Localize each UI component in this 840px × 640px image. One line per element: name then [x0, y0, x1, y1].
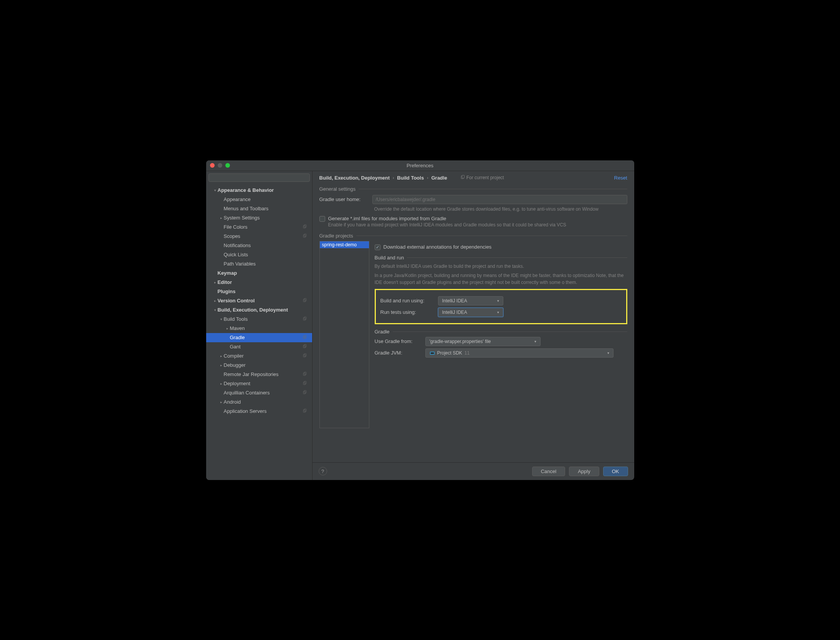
chevron-down-icon: ▼	[607, 351, 610, 355]
settings-tree: ▾Appearance & BehaviorAppearanceMenus an…	[206, 184, 312, 480]
project-list[interactable]: spring-rest-demo	[319, 241, 369, 428]
tree-item-label: Application Servers	[224, 408, 303, 414]
main-panel: Build, Execution, Deployment › Build Too…	[313, 171, 634, 480]
footer: ? Cancel Apply OK	[313, 462, 634, 480]
tree-item-label: Build, Execution, Deployment	[218, 307, 309, 313]
download-annotations-checkbox[interactable]	[375, 244, 380, 250]
breadcrumb-part[interactable]: Build, Execution, Deployment	[319, 175, 390, 181]
generate-iml-label: Generate *.iml files for modules importe…	[328, 216, 446, 221]
build-run-desc1: By default IntelliJ IDEA uses Gradle to …	[375, 263, 627, 270]
svg-rect-2	[303, 226, 306, 228]
tree-item-label: Android	[224, 399, 309, 405]
window-title: Preferences	[206, 163, 634, 168]
tree-item-gant[interactable]: Gant	[206, 342, 312, 351]
svg-rect-5	[304, 234, 306, 237]
tree-arrow-icon: ▸	[219, 363, 224, 367]
copy-icon	[303, 335, 307, 340]
tree-item-quick-lists[interactable]: Quick Lists	[206, 250, 312, 259]
tree-item-label: Keymap	[218, 270, 309, 276]
tree-item-android[interactable]: ▸Android	[206, 398, 312, 407]
breadcrumb-part[interactable]: Build Tools	[397, 175, 424, 181]
tests-using-select[interactable]: IntelliJ IDEA ▼	[438, 308, 503, 317]
tree-item-appearance[interactable]: Appearance	[206, 195, 312, 204]
tree-item-appearance-behavior[interactable]: ▾Appearance & Behavior	[206, 186, 312, 195]
tree-item-deployment[interactable]: ▸Deployment	[206, 379, 312, 388]
tests-using-label: Run tests using:	[380, 309, 434, 315]
tree-item-label: Debugger	[224, 362, 309, 368]
tree-item-build-execution-deployment[interactable]: ▾Build, Execution, Deployment	[206, 305, 312, 315]
tree-item-notifications[interactable]: Notifications	[206, 241, 312, 250]
tree-arrow-icon: ▾	[219, 317, 224, 321]
svg-rect-10	[303, 336, 306, 339]
svg-rect-4	[303, 235, 306, 238]
build-using-select[interactable]: IntelliJ IDEA ▼	[438, 296, 503, 305]
content: General settings Gradle user home: Overr…	[313, 185, 634, 462]
svg-rect-8	[303, 318, 306, 320]
tree-item-application-servers[interactable]: Application Servers	[206, 407, 312, 416]
tree-item-label: Deployment	[224, 381, 303, 386]
ok-button[interactable]: OK	[603, 467, 628, 476]
tree-item-label: Editor	[218, 279, 309, 285]
tree-arrow-icon: ▸	[219, 354, 224, 358]
tree-item-file-colors[interactable]: File Colors	[206, 223, 312, 232]
svg-rect-12	[303, 345, 306, 348]
svg-rect-16	[303, 373, 306, 376]
tree-item-arquillian-containers[interactable]: Arquillian Containers	[206, 388, 312, 398]
tree-item-path-variables[interactable]: Path Variables	[206, 259, 312, 269]
svg-rect-19	[304, 381, 306, 384]
help-button[interactable]: ?	[319, 467, 327, 475]
gradle-jvm-select[interactable]: Project SDK 11 ▼	[425, 348, 613, 358]
tree-item-label: Build Tools	[224, 316, 303, 322]
copy-icon	[303, 381, 307, 386]
tree-item-keymap[interactable]: Keymap	[206, 269, 312, 278]
svg-rect-21	[304, 391, 306, 393]
search-input[interactable]	[208, 173, 310, 182]
tree-item-editor[interactable]: ▸Editor	[206, 278, 312, 287]
use-gradle-from-label: Use Gradle from:	[375, 338, 422, 344]
svg-rect-14	[303, 355, 306, 357]
tree-item-compiler[interactable]: ▸Compiler	[206, 351, 312, 361]
preferences-window: Preferences ▾Appearance & BehaviorAppear…	[206, 160, 634, 480]
build-run-desc2: In a pure Java/Kotlin project, building …	[375, 272, 627, 286]
tree-item-scopes[interactable]: Scopes	[206, 232, 312, 241]
tree-arrow-icon: ▸	[213, 280, 218, 284]
tree-item-build-tools[interactable]: ▾Build Tools	[206, 315, 312, 324]
copy-icon	[303, 409, 307, 414]
svg-rect-18	[303, 382, 306, 385]
gradle-home-input[interactable]	[372, 195, 627, 204]
tree-item-plugins[interactable]: Plugins	[206, 287, 312, 296]
cancel-button[interactable]: Cancel	[532, 467, 565, 476]
tree-item-remote-jar-repositories[interactable]: Remote Jar Repositories	[206, 370, 312, 379]
copy-icon	[303, 390, 307, 395]
tree-item-label: Appearance & Behavior	[218, 187, 309, 193]
project-list-item[interactable]: spring-rest-demo	[320, 241, 369, 248]
svg-rect-3	[304, 225, 306, 228]
generate-iml-checkbox[interactable]	[319, 216, 325, 222]
chevron-down-icon: ▼	[497, 310, 500, 314]
copy-icon	[303, 298, 307, 303]
tree-item-label: Arquillian Containers	[224, 390, 303, 396]
use-gradle-from-select[interactable]: 'gradle-wrapper.properties' file ▼	[425, 337, 541, 346]
header: Build, Execution, Deployment › Build Too…	[313, 171, 634, 185]
svg-rect-9	[304, 317, 306, 320]
tree-item-gradle[interactable]: Gradle	[206, 333, 312, 342]
tree-item-label: Scopes	[224, 233, 303, 239]
apply-button[interactable]: Apply	[569, 467, 599, 476]
tree-item-debugger[interactable]: ▸Debugger	[206, 361, 312, 370]
tree-item-maven[interactable]: ▸Maven	[206, 324, 312, 333]
chevron-right-icon: ›	[393, 176, 394, 180]
chevron-right-icon: ›	[427, 176, 428, 180]
tree-item-label: Menus and Toolbars	[224, 206, 309, 211]
reset-link[interactable]: Reset	[614, 175, 627, 181]
tree-item-system-settings[interactable]: ▸System Settings	[206, 213, 312, 223]
tree-arrow-icon: ▸	[219, 216, 224, 220]
sidebar: ▾Appearance & BehaviorAppearanceMenus an…	[206, 171, 313, 480]
tree-arrow-icon: ▾	[213, 188, 218, 192]
titlebar: Preferences	[206, 160, 634, 171]
tree-item-version-control[interactable]: ▸Version Control	[206, 296, 312, 305]
tree-item-menus-and-toolbars[interactable]: Menus and Toolbars	[206, 204, 312, 213]
tree-item-label: Notifications	[224, 242, 309, 248]
copy-icon	[460, 175, 465, 181]
tree-item-label: Version Control	[218, 298, 303, 304]
tree-item-label: Remote Jar Repositories	[224, 371, 303, 377]
